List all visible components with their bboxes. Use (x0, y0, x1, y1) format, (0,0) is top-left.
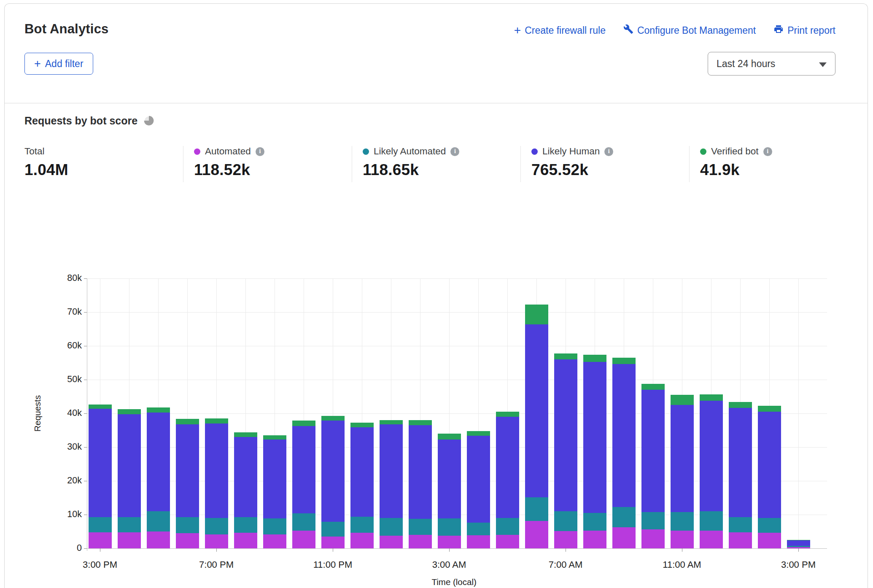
verified-bot-bar-segment[interactable] (641, 384, 665, 390)
verified-bot-bar-segment[interactable] (671, 395, 694, 405)
verified-bot-bar-segment[interactable] (409, 420, 432, 425)
automated-bar-segment[interactable] (554, 531, 577, 548)
automated-bar-segment[interactable] (438, 536, 461, 548)
automated-bar-segment[interactable] (409, 535, 432, 548)
verified-bot-bar-segment[interactable] (612, 358, 636, 364)
likely-automated-bar-segment[interactable] (554, 511, 577, 531)
time-range-select[interactable]: Last 24 hours (708, 52, 835, 76)
likely-automated-bar-segment[interactable] (321, 522, 345, 537)
likely-human-bar-segment[interactable] (467, 436, 490, 523)
automated-bar-segment[interactable] (118, 532, 141, 548)
likely-human-bar-segment[interactable] (205, 423, 228, 518)
automated-bar-segment[interactable] (176, 533, 199, 548)
likely-human-bar-segment[interactable] (89, 409, 112, 517)
verified-bot-bar-segment[interactable] (787, 540, 810, 540)
likely-human-bar-segment[interactable] (380, 424, 403, 518)
likely-human-bar-segment[interactable] (438, 440, 461, 518)
automated-bar-segment[interactable] (205, 534, 228, 548)
info-icon[interactable]: i (604, 147, 613, 156)
likely-human-bar-segment[interactable] (554, 359, 577, 511)
verified-bot-bar-segment[interactable] (263, 435, 286, 440)
likely-human-bar-segment[interactable] (176, 424, 199, 517)
verified-bot-bar-segment[interactable] (89, 405, 112, 409)
likely-automated-bar-segment[interactable] (700, 511, 723, 531)
verified-bot-bar-segment[interactable] (438, 434, 461, 440)
automated-bar-segment[interactable] (380, 536, 403, 548)
likely-automated-bar-segment[interactable] (787, 546, 810, 547)
verified-bot-bar-segment[interactable] (583, 355, 606, 362)
automated-bar-segment[interactable] (292, 531, 315, 548)
likely-automated-bar-segment[interactable] (758, 518, 781, 533)
likely-human-bar-segment[interactable] (583, 362, 606, 513)
verified-bot-bar-segment[interactable] (525, 305, 548, 324)
likely-automated-bar-segment[interactable] (147, 511, 170, 531)
create-firewall-rule-link[interactable]: + Create firewall rule (514, 25, 606, 36)
automated-bar-segment[interactable] (467, 535, 490, 548)
print-report-link[interactable]: Print report (773, 24, 835, 37)
automated-bar-segment[interactable] (612, 527, 636, 548)
automated-bar-segment[interactable] (583, 531, 606, 548)
verified-bot-bar-segment[interactable] (554, 353, 577, 359)
likely-automated-bar-segment[interactable] (438, 518, 461, 536)
verified-bot-bar-segment[interactable] (758, 406, 781, 412)
likely-automated-bar-segment[interactable] (583, 513, 606, 531)
likely-human-bar-segment[interactable] (641, 390, 665, 512)
verified-bot-bar-segment[interactable] (380, 420, 403, 424)
likely-human-bar-segment[interactable] (234, 437, 257, 517)
verified-bot-bar-segment[interactable] (729, 402, 752, 408)
automated-bar-segment[interactable] (758, 533, 781, 548)
likely-automated-bar-segment[interactable] (409, 519, 432, 535)
likely-automated-bar-segment[interactable] (176, 517, 199, 533)
verified-bot-bar-segment[interactable] (350, 423, 374, 427)
likely-automated-bar-segment[interactable] (205, 518, 228, 534)
automated-bar-segment[interactable] (147, 531, 170, 548)
add-filter-button[interactable]: + Add filter (24, 53, 93, 75)
verified-bot-bar-segment[interactable] (700, 394, 723, 400)
likely-automated-bar-segment[interactable] (89, 517, 112, 533)
automated-bar-segment[interactable] (700, 531, 723, 548)
verified-bot-bar-segment[interactable] (467, 431, 490, 435)
info-icon[interactable]: i (450, 147, 459, 156)
verified-bot-bar-segment[interactable] (205, 418, 228, 423)
verified-bot-bar-segment[interactable] (176, 419, 199, 424)
info-icon[interactable]: i (256, 147, 264, 156)
likely-human-bar-segment[interactable] (758, 412, 781, 518)
automated-bar-segment[interactable] (525, 521, 548, 548)
likely-automated-bar-segment[interactable] (118, 517, 141, 532)
likely-human-bar-segment[interactable] (671, 405, 694, 512)
automated-bar-segment[interactable] (496, 535, 519, 548)
likely-automated-bar-segment[interactable] (612, 507, 636, 527)
likely-automated-bar-segment[interactable] (641, 512, 665, 530)
likely-human-bar-segment[interactable] (321, 421, 345, 522)
likely-automated-bar-segment[interactable] (263, 518, 286, 534)
verified-bot-bar-segment[interactable] (118, 409, 141, 414)
likely-human-bar-segment[interactable] (147, 413, 170, 511)
likely-automated-bar-segment[interactable] (671, 512, 694, 530)
likely-human-bar-segment[interactable] (700, 401, 723, 511)
automated-bar-segment[interactable] (234, 533, 257, 548)
automated-bar-segment[interactable] (729, 532, 752, 548)
likely-automated-bar-segment[interactable] (467, 523, 490, 535)
likely-human-bar-segment[interactable] (350, 427, 374, 517)
likely-human-bar-segment[interactable] (496, 417, 519, 518)
likely-automated-bar-segment[interactable] (350, 517, 374, 533)
automated-bar-segment[interactable] (641, 529, 665, 548)
likely-human-bar-segment[interactable] (787, 540, 810, 546)
likely-human-bar-segment[interactable] (292, 426, 315, 513)
likely-human-bar-segment[interactable] (409, 425, 432, 519)
automated-bar-segment[interactable] (89, 532, 112, 548)
likely-automated-bar-segment[interactable] (525, 497, 548, 521)
verified-bot-bar-segment[interactable] (234, 432, 257, 437)
likely-human-bar-segment[interactable] (729, 408, 752, 517)
configure-bot-management-link[interactable]: Configure Bot Management (623, 24, 756, 37)
likely-automated-bar-segment[interactable] (292, 513, 315, 531)
verified-bot-bar-segment[interactable] (496, 412, 519, 417)
automated-bar-segment[interactable] (671, 531, 694, 548)
likely-human-bar-segment[interactable] (118, 414, 141, 518)
automated-bar-segment[interactable] (350, 533, 374, 548)
info-icon[interactable]: i (763, 147, 772, 156)
automated-bar-segment[interactable] (321, 537, 345, 548)
likely-automated-bar-segment[interactable] (496, 518, 519, 535)
likely-human-bar-segment[interactable] (612, 364, 636, 507)
verified-bot-bar-segment[interactable] (292, 421, 315, 426)
